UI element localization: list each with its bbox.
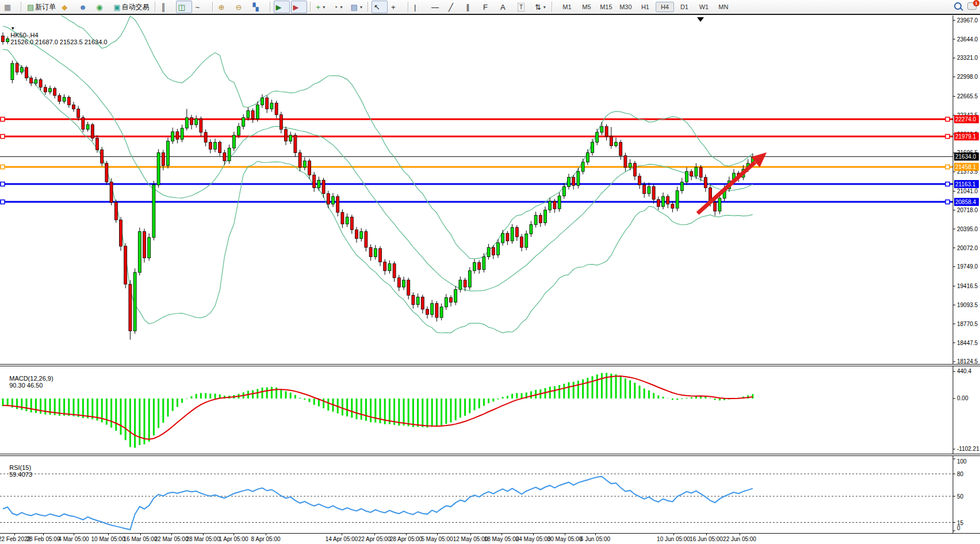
timeframe-m15-button[interactable]: M15 <box>597 2 615 12</box>
candle-body <box>63 97 66 101</box>
candle-body <box>525 234 528 247</box>
tile-windows-icon: ▚ <box>253 3 259 11</box>
candlestick-chart-icon: ◫ <box>178 3 185 11</box>
candle-body <box>35 80 37 83</box>
hline-end-marker[interactable] <box>945 200 950 204</box>
candle-body <box>379 248 382 262</box>
candle-body <box>129 284 132 331</box>
scroll-to-end-button[interactable]: ▶ <box>274 1 290 13</box>
zoom-out-button[interactable]: ⊖ <box>233 1 250 13</box>
chart-window-icon[interactable]: ▦ <box>2 1 18 13</box>
timeframe-h1-button[interactable]: H1 <box>636 2 654 12</box>
new-order-button[interactable]: ▤新订单 <box>25 1 58 13</box>
hline-start-marker[interactable] <box>1 200 5 204</box>
time-axis[interactable]: 22 Feb 202228 Feb 05:004 Mar 05:0010 Mar… <box>0 533 980 544</box>
toolbar-separator <box>21 2 22 12</box>
hline-button[interactable]: — <box>429 1 445 13</box>
search-icon[interactable] <box>954 2 962 10</box>
price-level-badge-label: 22274.0 <box>955 116 977 122</box>
candle-body <box>30 78 33 83</box>
timeframe-d1-button[interactable]: D1 <box>675 2 694 12</box>
candle-body <box>374 248 377 256</box>
price-tick-label: 20072.0 <box>957 245 978 251</box>
arrows-button[interactable]: ⇅▾ <box>533 1 549 13</box>
signal-icon[interactable]: ◉ <box>94 1 110 13</box>
auto-scroll-button[interactable]: ▶ <box>291 1 307 13</box>
label-button[interactable]: T <box>515 1 531 13</box>
price-chart-canvas[interactable]: 23967.023644.023321.022998.022665.522342… <box>0 16 980 364</box>
candle-body <box>232 135 235 148</box>
channel-button[interactable]: ∥ <box>464 1 480 13</box>
rsi-canvas[interactable]: 1008050150 <box>0 456 980 533</box>
hline-start-marker[interactable] <box>1 165 5 169</box>
gold-icon[interactable]: ◆ <box>59 1 75 13</box>
candle-body <box>44 87 47 92</box>
bar-chart-button[interactable]: ║ <box>159 1 175 13</box>
tile-windows-button[interactable]: ▚ <box>251 1 267 13</box>
rsi-pane[interactable]: 1008050150 <box>0 456 980 533</box>
price-chart-pane[interactable]: 23967.023644.023321.022998.022665.522342… <box>0 16 980 364</box>
line-chart-button[interactable]: ~ <box>193 1 209 13</box>
hline-icon: — <box>431 3 439 11</box>
candle-body <box>412 296 415 305</box>
candlestick-chart-button[interactable]: ◫ <box>176 1 192 13</box>
hline-start-marker[interactable] <box>1 182 5 186</box>
candle-body <box>577 171 580 185</box>
caret-down-icon: ▾ <box>543 5 546 10</box>
hline-start-marker[interactable] <box>1 135 5 139</box>
auto-trading-button[interactable]: ▣自动交易 <box>111 1 151 13</box>
candle-body <box>11 63 14 79</box>
time-axis-label: 22 Jun 05:00 <box>714 536 765 542</box>
add-indicator-button[interactable]: +▾ <box>314 1 330 13</box>
periods-button[interactable]: ◔▾ <box>331 1 347 13</box>
candle-body <box>280 115 282 129</box>
rsi-axis-label: 80 <box>957 471 964 477</box>
timeframe-h4-button[interactable]: H4 <box>656 2 674 12</box>
price-level-badge-label: 21634.0 <box>955 154 977 160</box>
hline-end-marker[interactable] <box>945 117 950 121</box>
hline-end-marker[interactable] <box>945 165 950 169</box>
template-icon: ▤ <box>351 3 358 11</box>
price-tick-label: 18770.5 <box>957 321 978 327</box>
symbol-dropdown-icon[interactable]: ▼ <box>10 26 15 31</box>
notifications-icon[interactable]: 1 <box>967 2 977 10</box>
candle-body <box>77 109 80 117</box>
crosshair-button[interactable]: + <box>389 1 405 13</box>
timeframe-m1-button[interactable]: M1 <box>558 2 576 12</box>
timeframe-w1-button[interactable]: W1 <box>695 2 713 12</box>
candle-body <box>421 297 424 309</box>
timeframe-mn-button[interactable]: MN <box>714 2 733 12</box>
macd-canvas[interactable]: 440.40.00-1102.21 <box>0 366 980 454</box>
macd-pane[interactable]: 440.40.00-1102.21 <box>0 366 980 454</box>
timeframe-m30-button[interactable]: M30 <box>617 2 635 12</box>
candle-body <box>285 129 288 141</box>
hline-start-marker[interactable] <box>1 117 5 121</box>
arrows-icon: ⇅ <box>535 3 541 11</box>
vline-button[interactable]: | <box>412 1 428 13</box>
caret-down-icon: ▾ <box>340 5 342 10</box>
rsi-line <box>3 477 753 530</box>
zoom-in-button[interactable]: ⊕ <box>216 1 232 13</box>
toolbar-right-icons: 1 <box>954 2 977 10</box>
timeframe-m5-button[interactable]: M5 <box>577 2 596 12</box>
periods-icon: ◔ <box>334 3 338 11</box>
candle-body <box>152 185 155 237</box>
cursor-icon: ↖ <box>374 3 380 11</box>
candle-body <box>204 132 207 142</box>
candle-body <box>355 230 358 239</box>
cursor-button[interactable]: ↖ <box>372 1 388 13</box>
fibonacci-button[interactable]: F <box>481 1 497 13</box>
trendline-button[interactable]: ╱ <box>446 1 462 13</box>
candle-body <box>82 118 85 129</box>
candle-body <box>266 98 269 109</box>
hline-end-marker[interactable] <box>945 135 950 139</box>
hline-end-marker[interactable] <box>945 182 950 186</box>
support-icon[interactable]: ☻ <box>76 1 93 13</box>
candle-body <box>450 298 453 302</box>
rsi-axis-label: 0 <box>957 525 960 531</box>
time-tick <box>171 534 172 535</box>
price-tick-label: 23644.0 <box>957 36 978 43</box>
text-button[interactable]: A <box>498 1 514 13</box>
template-button[interactable]: ▤▾ <box>349 1 365 13</box>
candle-body <box>686 171 688 182</box>
